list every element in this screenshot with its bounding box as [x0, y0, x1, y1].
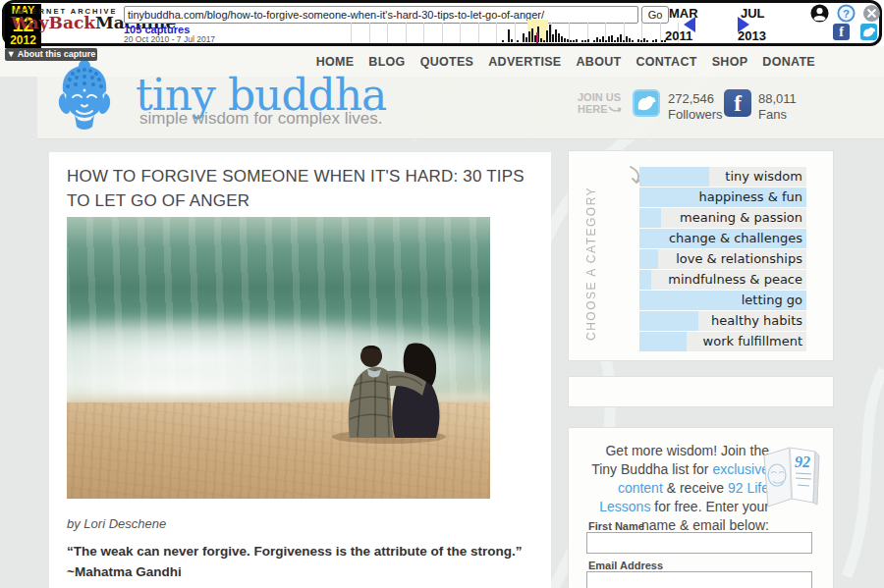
nav-item-quotes[interactable]: QUOTES [420, 55, 474, 69]
category-love-relationships[interactable]: love & relationships [639, 249, 806, 269]
wayback-logo[interactable]: INTERNET ARCHIVE WayBackMachine [11, 7, 121, 30]
capture-bar[interactable] [511, 39, 513, 42]
email-input[interactable] [586, 571, 812, 588]
nav-item-donate[interactable]: DONATE [762, 55, 815, 69]
capture-bar[interactable] [517, 40, 519, 42]
capture-bar[interactable] [602, 36, 604, 42]
capture-bar[interactable] [528, 31, 530, 42]
help-icon[interactable]: ? [837, 4, 856, 23]
capture-bar[interactable] [655, 39, 657, 42]
capture-bar[interactable] [599, 39, 601, 42]
year-next[interactable]: 2013 [738, 28, 766, 43]
capture-bar[interactable] [584, 40, 586, 42]
wayback-logo-red: WayBack [11, 13, 95, 32]
user-profile-icon[interactable] [810, 4, 829, 23]
capture-bar[interactable] [549, 25, 551, 42]
capture-bar[interactable] [652, 40, 654, 42]
capture-bar[interactable] [643, 38, 645, 42]
timeline-tick [406, 23, 407, 43]
capture-bar[interactable] [546, 30, 548, 42]
twitter-badge-icon[interactable] [860, 24, 877, 40]
capture-bar[interactable] [646, 40, 648, 42]
capture-bar[interactable] [543, 40, 545, 42]
capture-bar[interactable] [620, 34, 622, 42]
nav-item-blog[interactable]: BLOG [368, 55, 405, 69]
capture-bar[interactable] [525, 37, 527, 42]
capture-bar[interactable] [561, 36, 563, 42]
capture-bar[interactable] [608, 36, 610, 42]
capture-bar[interactable] [502, 40, 504, 42]
timeline-tick [369, 23, 370, 43]
capture-bar[interactable] [570, 40, 572, 42]
capture-bar[interactable] [558, 33, 560, 42]
category-fill-bar [639, 270, 651, 290]
category-tiny-wisdom[interactable]: tiny wisdom [639, 167, 806, 187]
capture-bar[interactable] [587, 39, 589, 42]
capture-bar[interactable] [555, 29, 557, 42]
year-prev[interactable]: 2011 [665, 28, 692, 43]
wayback-go-button[interactable]: Go [641, 6, 669, 24]
facebook-badge-icon[interactable]: f [833, 24, 850, 40]
first-name-label: First Name [588, 520, 644, 532]
category-heading: CHOOSE A CATEGORY [584, 185, 598, 342]
nav-item-shop[interactable]: SHOP [712, 55, 748, 69]
book-number: 92 [795, 454, 810, 470]
capture-bar[interactable] [573, 40, 575, 42]
capture-bar[interactable] [629, 38, 631, 42]
timeline-tick [496, 23, 497, 43]
category-label: change & challenges [669, 229, 802, 248]
twitter-icon[interactable] [633, 89, 660, 117]
capture-bar[interactable] [614, 40, 616, 42]
site-area: HOMEBLOGQUOTESADVERTISEABOUTCONTACTSHOPD… [0, 46, 884, 588]
capture-bar[interactable] [564, 38, 566, 42]
category-mindfulness-peace[interactable]: mindfulness & peace [639, 270, 806, 290]
capture-bar[interactable] [523, 33, 525, 42]
capture-bar[interactable] [605, 40, 607, 42]
capture-bar[interactable] [626, 36, 628, 42]
category-meaning-passion[interactable]: meaning & passion [639, 208, 806, 228]
capture-bar[interactable] [623, 40, 625, 42]
capture-bar[interactable] [617, 37, 619, 42]
category-work-fulfillment[interactable]: work fulfillment [639, 332, 806, 351]
newsletter-text: & receive [663, 480, 728, 496]
capture-bar[interactable] [640, 40, 642, 42]
capture-sparkline[interactable] [502, 23, 669, 43]
category-change-challenges[interactable]: change & challenges [639, 229, 806, 248]
capture-bar[interactable] [531, 28, 533, 42]
facebook-fans-label: Fans [758, 107, 797, 123]
page-root: INTERNET ARCHIVE WayBackMachine Go 105 c… [0, 0, 884, 588]
buddha-logo-icon[interactable] [53, 58, 116, 136]
main-nav: HOMEBLOGQUOTESADVERTISEABOUTCONTACTSHOPD… [316, 55, 815, 69]
capture-bar[interactable] [637, 39, 639, 42]
capture-bar[interactable] [632, 40, 634, 42]
capture-bar[interactable] [508, 29, 510, 42]
capture-bar[interactable] [567, 39, 569, 42]
newsletter-widget: Get more wisdom! Join the Tiny Buddha li… [568, 427, 834, 588]
category-happiness-fun[interactable]: happiness & fun [639, 187, 806, 207]
capture-bar[interactable] [576, 39, 578, 42]
capture-bar[interactable] [593, 40, 595, 42]
category-list: tiny wisdomhappiness & funmeaning & pass… [639, 167, 806, 352]
capture-bar[interactable] [661, 40, 663, 42]
nav-item-home[interactable]: HOME [316, 55, 355, 69]
nav-item-contact[interactable]: CONTACT [635, 55, 696, 69]
category-letting-go[interactable]: letting go [639, 291, 806, 310]
capture-bar[interactable] [552, 34, 554, 42]
about-this-capture-button[interactable]: ▼ About this capture [5, 48, 97, 61]
capture-bar[interactable] [540, 38, 542, 42]
close-icon[interactable] [862, 4, 881, 23]
timeline-tick [478, 23, 479, 43]
category-fill-bar [639, 311, 698, 331]
facebook-fans: 88,011 Fans [758, 91, 797, 123]
nav-item-about[interactable]: ABOUT [576, 55, 621, 69]
wayback-url-input[interactable] [124, 6, 638, 24]
capture-bar[interactable] [611, 35, 613, 42]
capture-bar[interactable] [581, 40, 583, 42]
post-title[interactable]: HOW TO FORGIVE SOMEONE WHEN IT'S HARD: 3… [67, 164, 540, 213]
capture-bar[interactable] [596, 37, 598, 42]
first-name-input[interactable] [586, 532, 812, 554]
category-healthy-habits[interactable]: healthy habits [639, 311, 806, 331]
nav-item-advertise[interactable]: ADVERTISE [488, 55, 561, 69]
facebook-icon[interactable]: f [724, 89, 751, 117]
category-label: healthy habits [711, 311, 802, 331]
